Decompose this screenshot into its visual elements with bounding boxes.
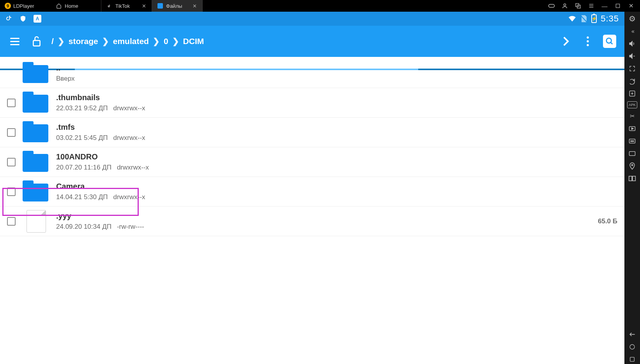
svg-point-23 — [631, 141, 631, 141]
more-vert-icon — [586, 36, 589, 46]
list-item[interactable]: .thumbnails 22.03.21 9:52 ДП drwxrwx--x — [0, 88, 624, 118]
multi-instance-icon[interactable] — [575, 2, 582, 9]
menu-icon[interactable] — [588, 2, 595, 9]
list-item-camera[interactable]: Camera 14.04.21 5:30 ДП drwxrwx--x — [0, 177, 624, 207]
add-app-icon[interactable] — [628, 89, 637, 98]
volume-down-icon[interactable] — [628, 51, 637, 61]
forward-button[interactable] — [559, 34, 573, 48]
brand: 9 LDPlayer — [0, 3, 51, 9]
file-date: 14.04.21 5:30 ДП — [56, 193, 108, 201]
breadcrumb-segment[interactable]: emulated — [113, 37, 149, 46]
chevron-right-icon: ❯ — [172, 37, 179, 46]
breadcrumb-segment[interactable]: 0 — [164, 37, 168, 46]
tab-tiktok[interactable]: TikTok ✕ — [101, 0, 152, 12]
svg-line-15 — [611, 42, 613, 44]
user-icon[interactable] — [561, 2, 568, 9]
svg-point-2 — [564, 4, 566, 6]
folder-icon — [23, 181, 50, 202]
svg-rect-8 — [616, 4, 619, 7]
list-item[interactable]: .yyy 24.09.20 10:34 ДП -rw-rw---- 65.0 Б — [0, 207, 624, 236]
checkbox[interactable] — [7, 187, 16, 196]
android-status-bar: A ⚡ 5:35 — [0, 12, 624, 26]
status-clock: 5:35 — [601, 14, 619, 24]
checkbox[interactable] — [7, 128, 16, 137]
file-date: 24.09.20 10:34 ДП — [56, 223, 111, 231]
file-size: 65.0 Б — [598, 217, 617, 225]
search-button[interactable] — [603, 34, 617, 48]
chevron-right-icon — [562, 36, 569, 46]
file-name: .yyy — [56, 212, 144, 221]
file-name: .thumbnails — [56, 93, 145, 102]
rotate-icon[interactable] — [628, 76, 637, 86]
hamburger-icon — [10, 38, 19, 45]
tab-files[interactable]: Файлы ✕ — [152, 0, 203, 12]
file-perm: drwxrwx--x — [113, 104, 145, 112]
breadcrumb-root[interactable]: / — [51, 37, 54, 46]
file-perm: -rw-rw---- — [117, 223, 144, 231]
svg-point-30 — [630, 345, 635, 349]
list-item-up[interactable]: .. Вверх — [0, 58, 624, 88]
tiktok-icon — [107, 3, 112, 9]
minimize-button[interactable]: — — [601, 2, 608, 9]
window-controls: — ✕ — [543, 2, 640, 9]
svg-rect-26 — [629, 152, 635, 156]
lock-button[interactable] — [30, 34, 44, 48]
file-name: Camera — [56, 182, 145, 191]
close-button[interactable]: ✕ — [628, 2, 635, 9]
recents-nav-icon[interactable] — [628, 355, 637, 364]
svg-rect-31 — [630, 357, 635, 362]
file-perm: drwxrwx--x — [117, 164, 149, 171]
tiktok-notif-icon — [5, 15, 12, 22]
gamepad-icon[interactable] — [548, 2, 555, 9]
svg-point-13 — [587, 44, 589, 46]
file-name: .tmfs — [56, 123, 145, 132]
breadcrumb-segment[interactable]: storage — [69, 37, 98, 46]
gear-icon[interactable]: ⚙ — [628, 14, 637, 23]
android-screen: A ⚡ 5:35 / ❯ — [0, 12, 624, 364]
file-perm: drwxrwx--x — [113, 134, 145, 142]
back-nav-icon[interactable] — [628, 330, 637, 339]
shield-notif-icon — [19, 15, 27, 22]
tab-label: Home — [65, 3, 78, 9]
keymap-icon[interactable] — [628, 149, 637, 158]
collapse-icon[interactable]: « — [628, 27, 637, 36]
unlock-icon — [32, 35, 42, 47]
svg-point-12 — [587, 40, 589, 42]
list-item[interactable]: 100ANDRO 20.07.20 11:16 ДП drwxrwx--x — [0, 147, 624, 177]
svg-point-24 — [632, 141, 633, 141]
multitask-icon[interactable] — [628, 174, 637, 183]
svg-rect-10 — [33, 41, 40, 46]
drawer-button[interactable] — [8, 34, 22, 48]
fullscreen-icon[interactable] — [628, 64, 637, 73]
tab-close-icon[interactable]: ✕ — [142, 3, 146, 9]
svg-rect-1 — [549, 4, 555, 7]
search-icon — [603, 35, 616, 48]
no-sim-icon — [580, 15, 587, 23]
file-perm: drwxrwx--x — [113, 193, 145, 201]
scissors-icon[interactable]: ✂ — [628, 111, 637, 121]
wifi-icon — [568, 15, 576, 22]
folder-icon — [23, 152, 50, 173]
more-icon[interactable] — [628, 136, 637, 146]
apk-icon[interactable]: APK — [627, 101, 637, 108]
brand-label: LDPlayer — [13, 3, 34, 9]
volume-up-icon[interactable] — [628, 39, 637, 48]
checkbox[interactable] — [7, 158, 16, 166]
list-item[interactable]: .tmfs 03.02.21 5:45 ДП drwxrwx--x — [0, 118, 624, 147]
checkbox[interactable] — [7, 217, 16, 226]
file-list: .. Вверх .thumbnails 22.03.21 9:52 ДП dr… — [0, 57, 624, 364]
folder-icon — [23, 63, 50, 84]
checkbox[interactable] — [7, 99, 16, 107]
play-icon[interactable] — [628, 124, 637, 133]
emulator-sidebar: ⚙ « APK ✂ — [624, 12, 640, 364]
maximize-button[interactable] — [614, 2, 621, 9]
file-name: 100ANDRO — [56, 152, 149, 161]
home-nav-icon[interactable] — [628, 342, 637, 352]
tab-home[interactable]: Home — [51, 0, 101, 12]
tab-close-icon[interactable]: ✕ — [193, 3, 197, 9]
overflow-menu-button[interactable] — [581, 34, 595, 48]
location-icon[interactable] — [628, 161, 637, 171]
chevron-right-icon: ❯ — [153, 37, 160, 46]
breadcrumb: / ❯ storage ❯ emulated ❯ 0 ❯ DCIM — [51, 37, 204, 46]
breadcrumb-segment[interactable]: DCIM — [183, 37, 204, 46]
